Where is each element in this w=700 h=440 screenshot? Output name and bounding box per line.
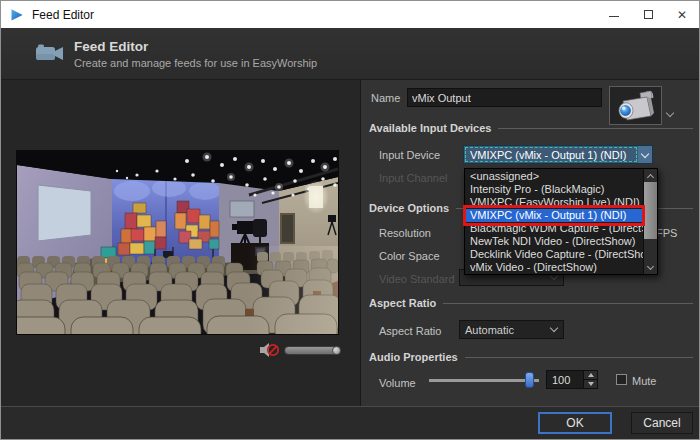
volume-spinner[interactable]: 100: [546, 370, 598, 389]
dialog-header: Feed Editor Create and manage feeds for …: [1, 28, 699, 80]
close-button[interactable]: ✕: [665, 1, 699, 28]
input-device-value: VMIXPC (vMix - Output 1) (NDI): [465, 147, 637, 162]
resolution-label: Resolution: [379, 227, 431, 239]
input-device-combobox[interactable]: VMIXPC (vMix - Output 1) (NDI): [463, 145, 653, 164]
aspect-ratio-chevron-icon: [550, 324, 558, 332]
volume-label: Volume: [379, 377, 416, 389]
header-title: Feed Editor: [74, 39, 317, 54]
preview-panel: [1, 80, 361, 408]
section-aspect-ratio: Aspect Ratio: [369, 297, 693, 309]
minimize-icon: [609, 16, 619, 17]
input-channel-label: Input Channel: [379, 172, 448, 184]
volume-increment-button[interactable]: [584, 371, 597, 380]
aspect-ratio-value: Automatic: [460, 324, 551, 336]
input-device-label: Input Device: [379, 149, 440, 161]
input-device-dropdown-list: <unassigned> Intensity Pro - (BlackMagic…: [464, 168, 658, 275]
footer-bar: OK Cancel: [1, 406, 699, 439]
titlebar: Feed Editor ✕: [1, 1, 699, 28]
volume-value: 100: [547, 371, 583, 388]
camcorder-icon: [614, 89, 658, 123]
cancel-button[interactable]: Cancel: [631, 412, 693, 434]
aspect-ratio-label: Aspect Ratio: [379, 325, 441, 337]
video-standard-label: Video Standard: [379, 273, 455, 285]
dropdown-item-vmixpc-vmix-output1-selected[interactable]: VMIXPC (vMix - Output 1) (NDI): [465, 209, 643, 222]
easyworship-logo-icon: [10, 8, 24, 22]
muted-speaker-icon[interactable]: [259, 342, 280, 358]
video-preview: [16, 150, 339, 335]
chevron-down-icon: [647, 263, 654, 270]
window-title: Feed Editor: [32, 8, 94, 22]
volume-slider-track[interactable]: [429, 379, 539, 382]
dropdown-item-blackmagic-wdm[interactable]: Blackmagic WDM Capture - (DirectShow): [465, 222, 643, 235]
dropdown-item-decklink[interactable]: Decklink Video Capture - (DirectShow): [465, 248, 643, 261]
scrollbar-up-button[interactable]: [644, 169, 657, 182]
input-device-chevron-icon[interactable]: [638, 146, 652, 163]
aspect-ratio-dropdown[interactable]: Automatic: [459, 320, 564, 339]
volume-slider[interactable]: [429, 371, 539, 389]
settings-panel: Name Available Input Devices Input Devic…: [361, 80, 700, 408]
scrollbar-thumb[interactable]: [644, 182, 657, 239]
minimize-button[interactable]: [597, 1, 631, 28]
preview-audio-controls: [259, 342, 341, 358]
device-picker-button[interactable]: [609, 86, 662, 125]
mute-label: Mute: [632, 375, 656, 387]
maximize-button[interactable]: [631, 1, 665, 28]
section-available-input-devices: Available Input Devices: [369, 122, 693, 134]
video-camera-icon: [35, 41, 65, 66]
color-space-label: Color Space: [379, 250, 440, 262]
dropdown-scrollbar[interactable]: [643, 169, 657, 274]
dropdown-item-intensity-pro[interactable]: Intensity Pro - (BlackMagic): [465, 183, 643, 196]
dropdown-item-newtek-ndi[interactable]: NewTek NDI Video - (DirectShow): [465, 235, 643, 248]
dropdown-item-vmix-video[interactable]: vMix Video - (DirectShow): [465, 261, 643, 274]
dropdown-item-unassigned[interactable]: <unassigned>: [465, 170, 643, 183]
ok-button[interactable]: OK: [538, 412, 612, 434]
preview-volume-thumb[interactable]: [332, 346, 341, 355]
volume-decrement-button[interactable]: [584, 380, 597, 388]
header-subtitle: Create and manage feeds for use in EasyW…: [74, 57, 317, 69]
volume-slider-thumb[interactable]: [525, 372, 534, 388]
dropdown-item-vmixpc-easyworship-live[interactable]: VMIXPC (EasyWorship Live) (NDI): [465, 196, 643, 209]
maximize-icon: [644, 10, 653, 19]
close-icon: ✕: [677, 9, 687, 21]
fps-label: FPS: [656, 227, 677, 239]
name-label: Name: [371, 92, 400, 104]
up-arrow-icon: [588, 373, 594, 377]
section-audio-properties: Audio Properties: [369, 351, 693, 363]
feed-editor-dialog: Feed Editor ✕ Feed Editor Create and man…: [0, 0, 700, 440]
name-input[interactable]: [407, 88, 602, 107]
down-arrow-icon: [588, 382, 594, 386]
chevron-up-icon: [647, 173, 654, 180]
mute-checkbox[interactable]: [616, 374, 627, 385]
device-picker-chevron-icon[interactable]: [667, 102, 673, 120]
scrollbar-down-button[interactable]: [644, 261, 657, 274]
preview-volume-slider[interactable]: [284, 346, 341, 355]
